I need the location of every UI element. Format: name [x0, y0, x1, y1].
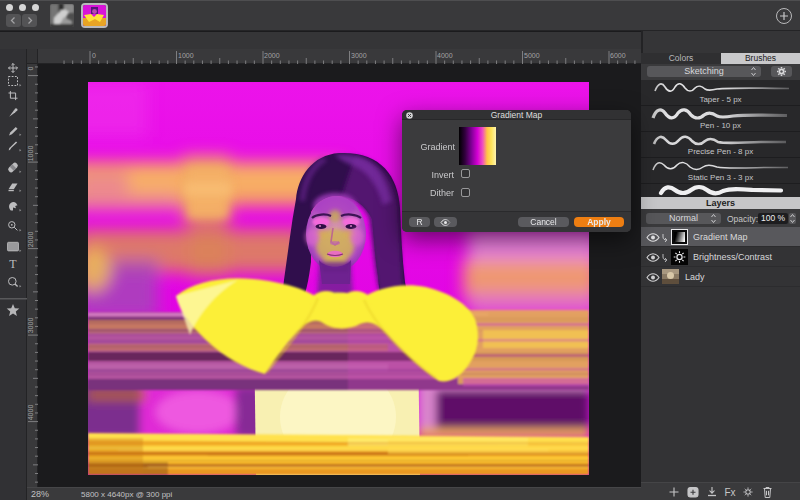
- svg-text:T: T: [9, 257, 17, 271]
- svg-text:Fx: Fx: [724, 487, 735, 498]
